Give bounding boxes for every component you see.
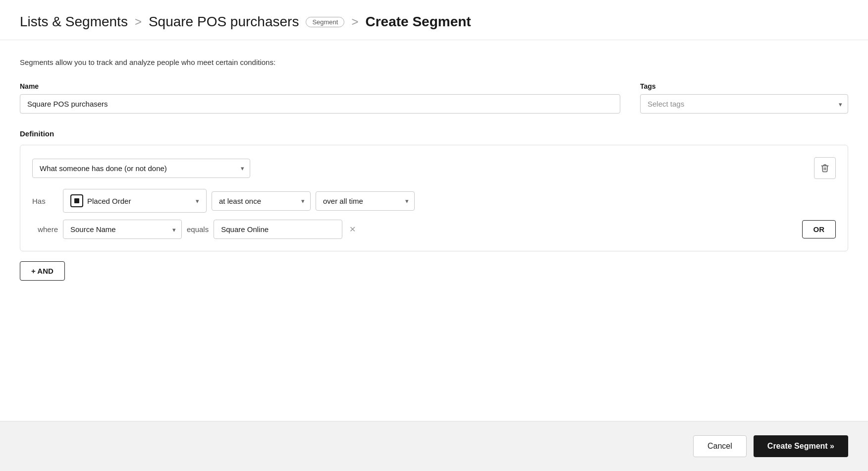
- footer: Cancel Create Segment »: [0, 421, 868, 471]
- source-value-input[interactable]: [214, 220, 342, 239]
- breadcrumb-lists-link[interactable]: Lists & Segments: [20, 14, 128, 30]
- tags-select-wrapper[interactable]: Select tags ▾: [640, 94, 848, 114]
- segment-name-input[interactable]: [20, 94, 620, 114]
- breadcrumb-segment-name: Square POS purchasers: [149, 14, 299, 30]
- definition-box: What someone has done (or not done) Who …: [20, 145, 848, 251]
- frequency-select-wrapper[interactable]: at least once exactly at most ▾: [212, 191, 311, 211]
- where-row: where Source Name Product Name Total Dis…: [32, 220, 836, 239]
- has-row: Has Placed Order ▾ at least once exac: [32, 189, 836, 213]
- condition-type-select[interactable]: What someone has done (or not done) Who …: [32, 159, 250, 178]
- has-label: Has: [32, 197, 58, 205]
- where-select-wrapper[interactable]: Source Name Product Name Total Discount …: [63, 220, 182, 239]
- or-button[interactable]: OR: [802, 220, 836, 238]
- name-field-group: Name: [20, 82, 620, 114]
- delete-condition-button[interactable]: [814, 157, 836, 179]
- where-label: where: [32, 225, 58, 234]
- action-chevron-icon: ▾: [196, 197, 199, 205]
- action-value: Placed Order: [87, 197, 192, 205]
- breadcrumb-sep-2: >: [351, 15, 358, 29]
- cancel-button[interactable]: Cancel: [693, 435, 747, 457]
- create-segment-button[interactable]: Create Segment »: [754, 435, 848, 457]
- tags-label: Tags: [640, 82, 848, 90]
- breadcrumb-badge: Segment: [306, 17, 344, 27]
- breadcrumb-current-page: Create Segment: [365, 14, 471, 30]
- condition-type-wrapper[interactable]: What someone has done (or not done) Who …: [32, 159, 250, 178]
- close-icon: ✕: [349, 225, 356, 234]
- tags-field-group: Tags Select tags ▾: [640, 82, 848, 114]
- form-top-row: Name Tags Select tags ▾: [20, 82, 848, 114]
- add-and-condition-button[interactable]: + AND: [20, 261, 65, 281]
- breadcrumb: Lists & Segments > Square POS purchasers…: [0, 0, 868, 40]
- frequency-select[interactable]: at least once exactly at most: [212, 191, 311, 211]
- condition-type-row: What someone has done (or not done) Who …: [32, 157, 836, 179]
- time-select[interactable]: over all time in the last between: [316, 191, 415, 211]
- action-select-button[interactable]: Placed Order ▾: [63, 189, 207, 213]
- clear-value-button[interactable]: ✕: [347, 223, 358, 236]
- trash-icon: [820, 164, 829, 173]
- definition-label: Definition: [20, 129, 848, 138]
- equals-label: equals: [187, 225, 209, 234]
- breadcrumb-sep-1: >: [135, 15, 142, 29]
- time-select-wrapper[interactable]: over all time in the last between ▾: [316, 191, 415, 211]
- square-pos-icon: [70, 194, 83, 207]
- name-label: Name: [20, 82, 620, 90]
- definition-section: Definition What someone has done (or not…: [20, 129, 848, 281]
- intro-text: Segments allow you to track and analyze …: [20, 58, 848, 66]
- tags-select[interactable]: Select tags: [640, 94, 848, 114]
- where-field-select[interactable]: Source Name Product Name Total Discount …: [63, 220, 182, 239]
